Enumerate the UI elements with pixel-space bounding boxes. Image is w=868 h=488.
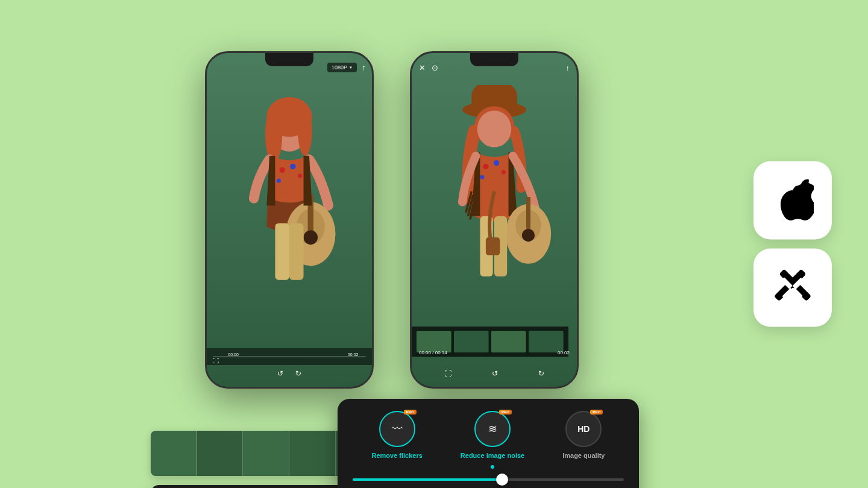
resolution-text: 1080P [332,64,347,70]
left-phone-screen: 1080P ↑ 00:00 00:02 ↺ ↻ ⛶ [207,53,372,387]
enhance-option-reduce-noise[interactable]: Pro ≋ Reduce image noise [461,411,524,469]
slider-fill [353,478,502,481]
enhance-option-remove-flickers[interactable]: Pro 〰 Remove flickers [371,411,422,469]
phone-notch-left [265,53,313,66]
pro-badge-noise: Pro [499,410,512,414]
slider-thumb[interactable] [496,474,508,486]
active-dot-noise [491,465,494,469]
close-icon-right[interactable]: ✕ [419,63,426,72]
svg-rect-12 [275,224,289,280]
enhance-panel: Pro 〰 Remove flickers Pro ≋ Reduce image… [338,399,639,488]
current-time: 00:00 [419,350,431,355]
reduce-noise-icon-wrap: Pro ≋ [474,411,511,447]
app-badges [753,161,832,327]
enhance-option-image-quality[interactable]: Pro HD Image quality [562,411,605,469]
slider-section: None Weak Strong [353,478,624,488]
upload-icon-left[interactable]: ↑ [362,63,366,72]
left-phone: 1080P ↑ 00:00 00:02 ↺ ↻ ⛶ [205,51,374,389]
svg-point-7 [277,179,281,183]
svg-point-18 [477,110,512,147]
slider-track[interactable] [353,478,624,481]
main-scene: 1080P ↑ 00:00 00:02 ↺ ↻ ⛶ [0,0,868,488]
right-top-right: ↑ [566,63,570,72]
girl-guitar-figure [207,85,372,369]
capcut-logo-svg [769,264,817,312]
image-quality-icon-wrap: Pro HD [565,411,602,447]
svg-point-22 [480,175,484,180]
reduce-noise-icon: ≋ [488,422,497,436]
svg-point-11 [304,230,318,245]
left-phone-wrapper: 1080P ↑ 00:00 00:02 ↺ ↻ ⛶ [205,51,374,389]
redo-icon-right[interactable]: ↻ [538,369,544,378]
remove-flickers-icon-wrap: Pro 〰 [379,411,415,447]
image-quality-label: Image quality [562,452,605,459]
svg-point-6 [298,174,302,178]
undo-icon-left[interactable]: ↺ [277,369,283,378]
svg-rect-13 [289,224,304,280]
resolution-badge[interactable]: 1080P [327,63,357,72]
frame-2 [197,431,244,476]
fullscreen-icon-right[interactable]: ⛶ [444,369,451,378]
frame-3 [243,431,289,476]
svg-point-5 [290,164,295,169]
apple-logo-svg [772,177,814,225]
svg-point-29 [522,229,535,242]
svg-rect-32 [486,237,500,255]
svg-point-20 [494,160,499,166]
right-bottom-controls: ⛶ ↺ ↻ [412,369,577,378]
right-phone: ✕ ⊙ ↑ 00:00 / 00:14 00:02 [410,51,579,389]
time-display-right: 00:02 [558,350,570,355]
pro-badge-quality: Pro [590,410,603,414]
image-quality-icon: HD [577,424,590,434]
help-icon-right[interactable]: ⊙ [432,63,438,72]
upload-icon-right[interactable]: ↑ [566,63,570,72]
total-time: / 00:14 [432,350,447,355]
frame-4 [289,431,336,476]
frame-1 [151,431,197,476]
svg-point-3 [298,106,312,155]
redo-icon-left[interactable]: ↻ [295,369,301,378]
girl-hat-figure [412,85,577,369]
clip-time: 00:02 [558,350,570,355]
capcut-app-badge[interactable] [753,249,832,327]
remove-flickers-icon: 〰 [392,423,403,436]
svg-point-4 [280,167,285,173]
svg-point-2 [265,106,282,163]
pro-badge-flickers: Pro [404,410,417,414]
reduce-noise-label: Reduce image noise [461,452,524,459]
right-top-left: ✕ ⊙ [419,63,438,72]
right-phone-screen: ✕ ⊙ ↑ 00:00 / 00:14 00:02 [412,53,577,387]
time-display-left: 00:00 / 00:14 [419,350,447,355]
fullscreen-icon-left[interactable]: ⛶ [213,357,219,364]
undo-icon-right[interactable]: ↺ [492,369,498,378]
right-phone-wrapper: ✕ ⊙ ↑ 00:00 / 00:14 00:02 [410,51,579,389]
enhance-options: Pro 〰 Remove flickers Pro ≋ Reduce image… [353,411,624,469]
remove-flickers-label: Remove flickers [371,452,422,459]
svg-point-19 [483,164,488,169]
apple-app-store-badge[interactable] [753,161,832,240]
phone-notch-right [470,53,518,66]
svg-point-21 [502,170,506,174]
